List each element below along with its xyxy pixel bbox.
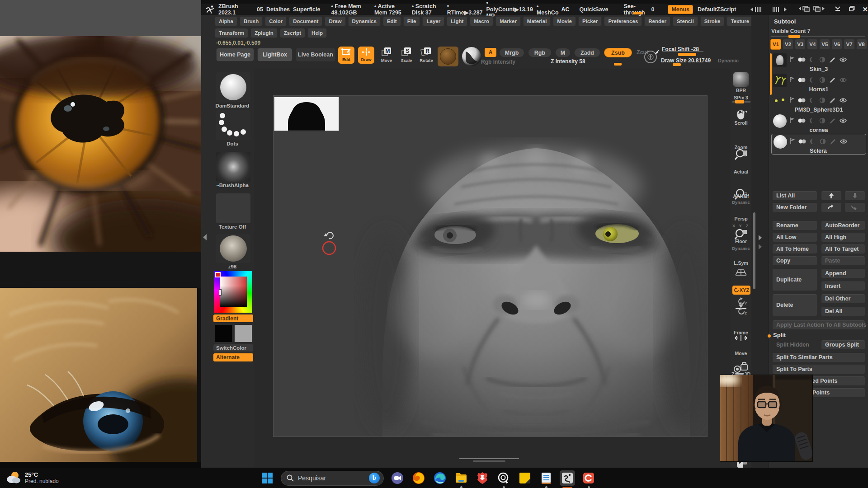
sticky-notes-icon[interactable]	[517, 470, 533, 486]
mrgb-button[interactable]: Mrgb	[499, 48, 524, 57]
layers-nav-icon[interactable]	[797, 5, 826, 13]
split-to-similar-parts-button[interactable]: Split To Similar Parts	[772, 352, 865, 362]
color-picker-handle[interactable]	[219, 289, 222, 296]
menu-item[interactable]: Zplugin	[250, 28, 278, 38]
texture-selector[interactable]	[216, 193, 250, 223]
append-button[interactable]: Append	[821, 268, 865, 278]
material-selector[interactable]	[216, 234, 250, 263]
tab-v8[interactable]: V8	[856, 39, 867, 50]
zadd-button[interactable]: Zadd	[574, 48, 600, 57]
stroke-selector[interactable]	[216, 110, 250, 140]
teams-icon[interactable]	[390, 470, 405, 486]
menu-item[interactable]: Render	[644, 16, 670, 26]
canvas-hscroll-2[interactable]	[473, 460, 505, 462]
secondary-color-swatch[interactable]	[234, 324, 252, 343]
menu-item[interactable]: Help	[307, 28, 327, 38]
move-button[interactable]: M Move	[378, 47, 395, 65]
menu-item[interactable]: Material	[523, 16, 551, 26]
menu-item[interactable]: File	[403, 16, 420, 26]
search-box[interactable]: b	[281, 471, 384, 486]
menu-item[interactable]: Preferences	[604, 16, 642, 26]
paste-button[interactable]: Paste	[821, 256, 865, 266]
scale-button[interactable]: S Scale	[398, 47, 415, 65]
rotate-z-icon[interactable]: Z	[737, 307, 747, 315]
document-thumbnail[interactable]	[274, 97, 339, 131]
dynamic-persp-label[interactable]: Dynamic	[727, 200, 755, 205]
list-all-button[interactable]: List All	[772, 191, 817, 201]
main-color-swatch[interactable]	[214, 324, 232, 343]
camtasia-icon[interactable]	[581, 470, 596, 486]
tab-v7[interactable]: V7	[844, 39, 854, 50]
menu-item[interactable]: Stroke	[700, 16, 725, 26]
rgb-button[interactable]: Rgb	[528, 48, 552, 57]
brush-selector[interactable]	[216, 72, 250, 102]
lightbox-button[interactable]: LightBox	[257, 48, 292, 61]
copy-button[interactable]: Copy	[772, 256, 817, 266]
split-hidden-button[interactable]: Split Hidden	[772, 340, 817, 350]
tab-v4[interactable]: V4	[807, 39, 818, 50]
menu-item[interactable]: Light	[447, 16, 467, 26]
split-section-header[interactable]: Split	[773, 332, 786, 338]
tab-v2[interactable]: V2	[783, 39, 793, 50]
rename-button[interactable]: Rename	[772, 221, 817, 230]
focal-shift-handle[interactable]	[678, 53, 696, 56]
menu-item[interactable]: Brush	[240, 16, 263, 26]
weather-widget[interactable]: 25°C Pred. nublado	[5, 470, 59, 485]
rotate-y-icon[interactable]: Y	[737, 297, 747, 305]
menus-button[interactable]: Menus	[668, 5, 693, 14]
draw-size-handle[interactable]	[673, 63, 681, 66]
menu-item[interactable]: Edit	[383, 16, 401, 26]
ac-button[interactable]: AC	[561, 6, 570, 13]
all-low-button[interactable]: All Low	[772, 232, 817, 242]
dynamic-label[interactable]: Dynamic	[718, 58, 739, 63]
a-toggle-button[interactable]: A	[485, 48, 496, 57]
minimize-icon[interactable]	[835, 6, 841, 13]
bing-chat-icon[interactable]: b	[369, 473, 380, 483]
see-through-slider-handle[interactable]	[633, 12, 643, 14]
panel-expand-arrow-icon-2[interactable]	[759, 244, 762, 249]
menu-item[interactable]: Macro	[470, 16, 493, 26]
subtool-item-skin[interactable]: Skin_3	[772, 53, 865, 73]
all-to-target-button[interactable]: All To Target	[821, 244, 865, 254]
groups-split-button[interactable]: Groups Split	[821, 340, 865, 350]
menu-item[interactable]: Movie	[553, 16, 576, 26]
del-all-button[interactable]: Del All	[821, 306, 865, 316]
zbrush-taskbar-icon[interactable]	[560, 470, 575, 486]
all-high-button[interactable]: All High	[821, 232, 865, 242]
auto-reorder-button[interactable]: AutoReorder	[821, 221, 865, 230]
z-intensity-handle[interactable]	[614, 63, 622, 66]
subtool-item-sclera-selected[interactable]: Sclera	[771, 134, 866, 155]
move-into-folder-button[interactable]	[821, 202, 842, 212]
move-out-folder-button[interactable]	[844, 202, 865, 212]
subtool-panel-title[interactable]: Subtool	[774, 18, 796, 25]
draw-size-slider[interactable]: Draw Size 20.81749	[661, 57, 711, 64]
tab-v3[interactable]: V3	[795, 39, 806, 50]
restore-icon[interactable]	[849, 6, 855, 13]
visible-count-handle[interactable]	[788, 35, 800, 38]
switch-color-button[interactable]: SwitchColor	[213, 344, 253, 352]
home-page-button[interactable]: Home Page	[216, 48, 254, 61]
delete-button[interactable]: Delete	[772, 294, 817, 316]
rgb-intensity-slider[interactable]: Rgb Intensity	[481, 59, 515, 65]
tab-v6[interactable]: V6	[831, 39, 842, 50]
undo-history-icon[interactable]	[748, 7, 789, 12]
bpr-icon[interactable]	[733, 72, 749, 87]
del-other-button[interactable]: Del Other	[821, 294, 865, 304]
subtool-item-horns[interactable]: Horns1	[772, 74, 865, 94]
move-up-button[interactable]	[821, 191, 842, 201]
dynamic-lsym-label[interactable]: Dynamic	[727, 246, 755, 251]
start-button[interactable]	[259, 470, 275, 486]
notepad-icon[interactable]	[538, 470, 554, 486]
menu-item[interactable]: Draw	[325, 16, 345, 26]
persp-icon[interactable]	[733, 266, 749, 277]
tab-v1[interactable]: V1	[770, 39, 781, 50]
duplicate-button[interactable]: Duplicate	[772, 268, 817, 291]
rotate-button[interactable]: R Rotate	[418, 47, 435, 65]
brave-icon[interactable]	[475, 470, 490, 486]
zsub-button[interactable]: Zsub	[604, 48, 632, 57]
spix-handle[interactable]	[735, 100, 744, 103]
z-intensity-slider[interactable]: Z Intensity 58	[551, 58, 585, 65]
document-area[interactable]	[273, 95, 708, 437]
quicksave-button[interactable]: QuickSave	[580, 6, 609, 13]
close-icon[interactable]: ✕	[862, 5, 868, 14]
